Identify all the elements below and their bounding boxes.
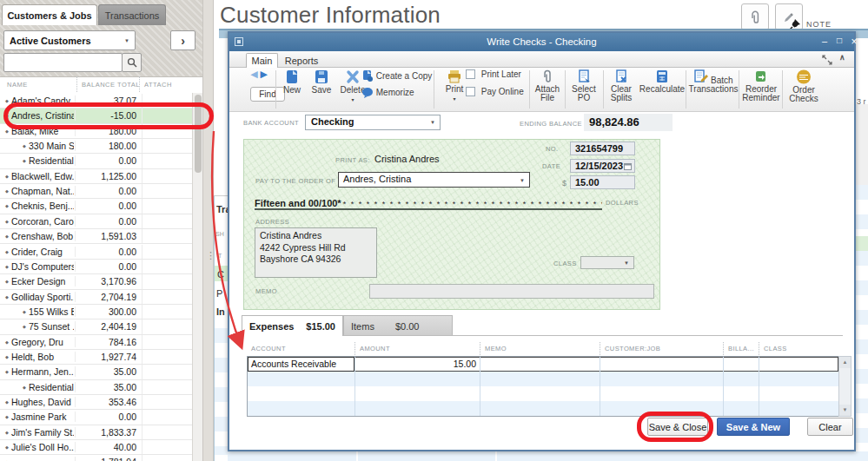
customer-row[interactable]: ◆Andres, Cristina-15.00 — [0, 109, 192, 123]
pane-splitter[interactable]: ⋮ — [202, 0, 214, 461]
dialog-titlebar[interactable]: Write Checks - Checking – □ × — [229, 33, 854, 51]
customer-row[interactable]: ◆Corcoran, Carol0.00 — [0, 214, 192, 229]
calendar-icon[interactable] — [624, 162, 632, 170]
tab-reports[interactable]: Reports — [280, 53, 323, 68]
tab-transactions[interactable]: Transactions — [98, 4, 166, 25]
grid-cell-class[interactable] — [759, 386, 839, 401]
grid-cell-billable[interactable] — [724, 386, 759, 401]
customer-row[interactable]: ◆Residential ...35.00 — [0, 380, 192, 395]
customer-row[interactable]: ◆Crider, Craig0.00 — [0, 245, 192, 260]
bank-account-dropdown[interactable]: Checking ▼ — [305, 115, 441, 130]
grid-cell-customer-job[interactable] — [600, 372, 724, 386]
customer-row[interactable]: ◆Chapman, Nat...0.00 — [0, 184, 192, 199]
toolbar-recalculate-button[interactable]: Recalculate — [638, 69, 686, 94]
customer-row[interactable]: ◆Heldt, Bob1,927.74 — [0, 350, 192, 365]
customer-row[interactable]: ◆Cheknis, Benj...0.00 — [0, 199, 192, 214]
grid-cell-class[interactable] — [759, 372, 839, 386]
grid-cell-billable[interactable] — [724, 372, 759, 386]
create-copy-button[interactable]: Create a Copy — [361, 69, 440, 85]
memo-field[interactable] — [369, 284, 654, 299]
column-header-name[interactable]: NAME — [7, 76, 28, 92]
save-new-button[interactable]: Save & New — [717, 418, 790, 436]
customer-row[interactable]: ◆Ecker Design3,170.96 — [0, 274, 192, 289]
maximize-button[interactable]: □ — [833, 36, 845, 45]
grid-cell-account[interactable]: Accounts Receivable — [248, 357, 355, 372]
expense-grid-row[interactable] — [248, 386, 838, 401]
customer-row[interactable]: ◆Balak, Mike180.00 — [0, 124, 192, 139]
tab-customers-jobs[interactable]: Customers & Jobs — [2, 4, 97, 25]
column-header-attach[interactable]: ATTACH — [139, 76, 172, 92]
minimize-button[interactable]: – — [818, 36, 831, 46]
attach-note-button[interactable] — [741, 3, 769, 30]
sidebar-scrollbar[interactable] — [192, 93, 202, 461]
grid-cell-customer-job[interactable] — [600, 357, 724, 372]
customer-search-input[interactable] — [3, 53, 123, 72]
pay-online-checkbox[interactable] — [466, 87, 475, 96]
print-later-option[interactable]: Print Later — [466, 69, 527, 85]
expense-grid-row[interactable] — [248, 401, 838, 416]
grid-cell-memo[interactable] — [480, 372, 600, 386]
sidebar-scrollbar-thumb[interactable] — [195, 95, 202, 173]
toolbar-select-po-button[interactable]: Select PO — [567, 69, 601, 102]
customer-row[interactable]: ◆155 Wilks B...300.00 — [0, 305, 192, 319]
tab-expenses[interactable]: Expenses $15.00 — [242, 315, 343, 336]
search-button[interactable] — [122, 53, 142, 72]
toolbar-print-button[interactable]: Print ▾ — [440, 69, 469, 103]
grid-cell-billable[interactable] — [724, 401, 759, 416]
grid-cell-amount[interactable] — [355, 401, 480, 416]
grid-cell-amount[interactable]: 15.00 — [355, 357, 480, 372]
expense-grid-row[interactable] — [248, 372, 838, 386]
forward-arrow-icon[interactable]: ▶ — [260, 69, 267, 79]
customer-row[interactable]: ◆Blackwell, Edw...1,125.00 — [0, 169, 192, 184]
customer-row[interactable]: ◆Gregory, Dru784.16 — [0, 335, 192, 350]
grid-column-memo[interactable]: MEMO — [480, 342, 600, 355]
grid-cell-memo[interactable] — [480, 386, 600, 401]
note-label[interactable]: NOTE — [806, 20, 832, 29]
grid-cell-class[interactable] — [759, 357, 839, 372]
customer-row[interactable]: ◆Hermann, Jen...35.00 — [0, 365, 192, 379]
back-arrow-icon[interactable]: ◀ — [250, 69, 257, 79]
grid-cell-customer-job[interactable] — [600, 386, 724, 401]
grid-cell-billable[interactable] — [724, 357, 759, 372]
pay-online-option[interactable]: Pay Online — [466, 87, 527, 102]
customer-row[interactable]: ◆Residential0.00 — [0, 154, 192, 168]
grid-scroll-down-icon[interactable]: ▼ — [839, 405, 851, 416]
toolbar-attach-file-button[interactable]: Attach File — [532, 69, 563, 102]
toolbar-reorder-reminder-button[interactable]: Reorder Reminder — [740, 69, 782, 102]
customer-row[interactable]: ◆Hughes, David353.46 — [0, 395, 192, 410]
expand-ribbon-icon[interactable] — [822, 55, 832, 65]
class-dropdown[interactable]: ▼ — [580, 256, 634, 269]
customer-row[interactable]: ◆Crenshaw, Bob1,591.03 — [0, 229, 192, 244]
grid-column-amount[interactable]: AMOUNT — [354, 342, 480, 355]
toolbar-order-checks-button[interactable]: Order Checks — [784, 69, 824, 103]
save-close-button[interactable]: Save & Close — [647, 418, 708, 436]
toolbar-new-button[interactable]: New — [278, 69, 306, 95]
date-field[interactable]: 12/15/2023 — [570, 159, 635, 173]
grid-cell-amount[interactable] — [355, 372, 480, 386]
print-menu-arrow-icon[interactable]: ▾ — [440, 95, 469, 103]
customer-row[interactable]: ◆Adam's Candy ...37.07 — [0, 94, 192, 109]
grid-cell-customer-job[interactable] — [600, 401, 724, 416]
grid-column-billable[interactable]: BILLA... — [723, 342, 759, 355]
check-number-field[interactable]: 321654799 — [570, 142, 635, 155]
grid-cell-memo[interactable] — [480, 401, 600, 416]
customer-row[interactable]: ◆75 Sunset ...2,404.19 — [0, 319, 192, 334]
memorize-button[interactable]: Memorize — [361, 87, 440, 102]
grid-cell-account[interactable] — [248, 372, 355, 386]
customer-row[interactable]: ◆Julie's Doll Ho...40.00 — [0, 440, 192, 455]
grid-cell-memo[interactable] — [480, 357, 600, 372]
toolbar-clear-splits-button[interactable]: Clear Splits — [605, 69, 638, 102]
grid-cell-account[interactable] — [248, 401, 355, 416]
customer-row[interactable]: ◆330 Main St180.00 — [0, 139, 192, 154]
customer-row[interactable]: ◆DJ's Computers0.00 — [0, 260, 192, 274]
toolbar-save-button[interactable]: Save — [308, 69, 335, 95]
customer-row[interactable]: ◆1,781.94 — [0, 455, 192, 461]
grid-column-account[interactable]: ACCOUNT — [247, 342, 354, 355]
close-button[interactable]: × — [848, 36, 860, 48]
collapse-ribbon-icon[interactable]: ∧ — [839, 53, 845, 62]
collapse-sidebar-button[interactable]: › — [170, 30, 195, 50]
grid-scroll-up-icon[interactable]: ▲ — [839, 357, 851, 368]
address-field[interactable]: Cristina Andres 4242 Cypress Hill Rd Bay… — [255, 227, 377, 278]
toolbar-batch-transactions-button[interactable]: Batch Transactions — [688, 69, 739, 94]
grid-cell-account[interactable] — [248, 386, 355, 401]
